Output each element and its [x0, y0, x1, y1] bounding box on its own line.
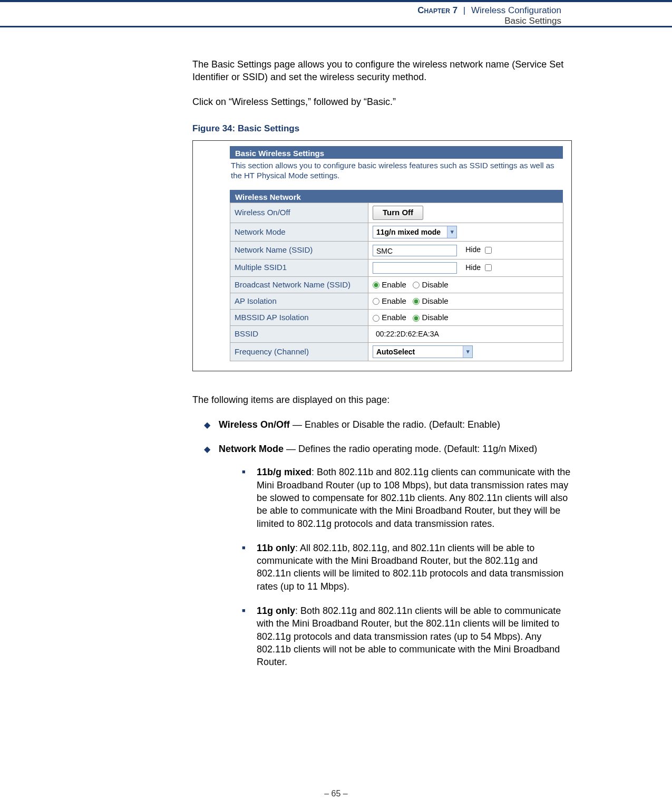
row-mssid1: Multiple SSID1 Hide	[230, 259, 563, 276]
items-intro: The following items are displayed on thi…	[192, 393, 572, 406]
sub-11g-only-text: : Both 802.11g and 802.11n clients will …	[257, 605, 561, 667]
chevron-down-icon: ▾	[447, 226, 456, 238]
broadcast-enable-radio[interactable]	[373, 282, 379, 288]
header-topic: Wireless Configuration	[471, 5, 561, 15]
broadcast-disable-radio[interactable]	[413, 282, 420, 288]
label-network-mode: Network Mode	[230, 223, 368, 242]
label-mssid1: Multiple SSID1	[230, 259, 368, 276]
figure-caption: Figure 34: Basic Settings	[192, 123, 572, 135]
label-wireless-onoff: Wireless On/Off	[230, 203, 368, 223]
bullet-wireless-onoff: Wireless On/Off — Enables or Disable the…	[204, 418, 572, 431]
panel-wireless-network-header: Wireless Network	[230, 190, 563, 203]
mode-sublist: 11b/g mixed: Both 802.11b and 802.11g cl…	[219, 466, 572, 668]
label-broadcast: Broadcast Network Name (SSID)	[230, 276, 368, 293]
mbssid-enable-label: Enable	[382, 313, 406, 322]
apiso-enable-label: Enable	[382, 296, 406, 305]
bullet-wireless-onoff-title: Wireless On/Off	[219, 419, 290, 430]
mbssid-disable-label: Disable	[422, 313, 449, 322]
nav-paragraph: Click on “Wireless Settings,” followed b…	[192, 95, 572, 108]
frequency-select[interactable]: AutoSelect ▾	[373, 345, 473, 359]
ssid-hide-checkbox[interactable]	[485, 247, 492, 254]
mbssid-disable-radio[interactable]	[413, 315, 420, 322]
sub-11g-only-title: 11g only	[257, 605, 295, 616]
bullet-network-mode-text: — Defines the radio operating mode. (Def…	[284, 444, 537, 454]
broadcast-disable-label: Disable	[422, 280, 449, 289]
label-frequency: Frequency (Channel)	[230, 342, 368, 361]
label-ssid: Network Name (SSID)	[230, 242, 368, 259]
row-frequency: Frequency (Channel) AutoSelect ▾	[230, 342, 563, 361]
apiso-enable-radio[interactable]	[373, 298, 379, 305]
label-ap-isolation: AP Isolation	[230, 293, 368, 309]
label-bssid: BSSID	[230, 326, 368, 342]
page-number: – 65 –	[0, 789, 672, 799]
row-broadcast: Broadcast Network Name (SSID) Enable Dis…	[230, 276, 563, 293]
frequency-value: AutoSelect	[376, 348, 415, 356]
bssid-value: 00:22:2D:62:EA:3A	[373, 330, 439, 338]
header-separator: |	[463, 5, 465, 15]
mssid1-hide-label: Hide	[465, 263, 481, 272]
sub-11bg-mixed-title: 11b/g mixed	[257, 467, 311, 477]
chevron-down-icon: ▾	[463, 346, 472, 358]
wireless-settings-table: Wireless On/Off Turn Off Network Mode 11…	[230, 203, 563, 361]
row-mbssid-isolation: MBSSID AP Isolation Enable Disable	[230, 310, 563, 326]
ssid-hide-label: Hide	[465, 245, 481, 254]
sub-11bg-mixed: 11b/g mixed: Both 802.11b and 802.11g cl…	[242, 466, 572, 530]
row-bssid: BSSID 00:22:2D:62:EA:3A	[230, 326, 563, 342]
ssid-input[interactable]: SMC	[373, 245, 457, 256]
mbssid-enable-radio[interactable]	[373, 315, 379, 322]
mssid1-input[interactable]	[373, 262, 457, 274]
row-ap-isolation: AP Isolation Enable Disable	[230, 293, 563, 309]
network-mode-value: 11g/n mixed mode	[376, 228, 441, 236]
bullet-network-mode: Network Mode — Defines the radio operati…	[204, 443, 572, 668]
mssid1-hide-checkbox[interactable]	[485, 264, 492, 271]
header-subtitle: Basic Settings	[0, 16, 561, 26]
broadcast-enable-label: Enable	[382, 280, 406, 289]
sub-11b-only-text: : All 802.11b, 802.11g, and 802.11n clie…	[257, 543, 563, 592]
feature-list: Wireless On/Off — Enables or Disable the…	[192, 418, 572, 669]
sub-11b-only-title: 11b only	[257, 543, 295, 553]
bullet-wireless-onoff-text: — Enables or Disable the radio. (Default…	[290, 419, 500, 430]
row-ssid: Network Name (SSID) SMC Hide	[230, 242, 563, 259]
sub-11g-only: 11g only: Both 802.11g and 802.11n clien…	[242, 604, 572, 668]
page-header: Chapter 7 | Wireless Configuration Basic…	[0, 0, 672, 27]
bullet-network-mode-title: Network Mode	[219, 444, 284, 454]
turn-off-button[interactable]: Turn Off	[373, 206, 423, 219]
row-network-mode: Network Mode 11g/n mixed mode ▾	[230, 223, 563, 242]
content-area: The Basic Settings page allows you to co…	[192, 58, 572, 680]
figure-screenshot: Basic Wireless Settings This section all…	[192, 140, 572, 372]
panel-basic-wireless-desc: This section allows you to configure bas…	[231, 159, 561, 190]
chapter-label: Chapter 7	[417, 5, 457, 15]
row-wireless-onoff: Wireless On/Off Turn Off	[230, 203, 563, 223]
apiso-disable-radio[interactable]	[413, 298, 420, 305]
network-mode-select[interactable]: 11g/n mixed mode ▾	[373, 226, 457, 239]
sub-11b-only: 11b only: All 802.11b, 802.11g, and 802.…	[242, 542, 572, 593]
intro-paragraph: The Basic Settings page allows you to co…	[192, 58, 572, 84]
panel-basic-wireless-header: Basic Wireless Settings	[230, 146, 563, 159]
apiso-disable-label: Disable	[422, 296, 449, 305]
label-mbssid-isolation: MBSSID AP Isolation	[230, 310, 368, 326]
